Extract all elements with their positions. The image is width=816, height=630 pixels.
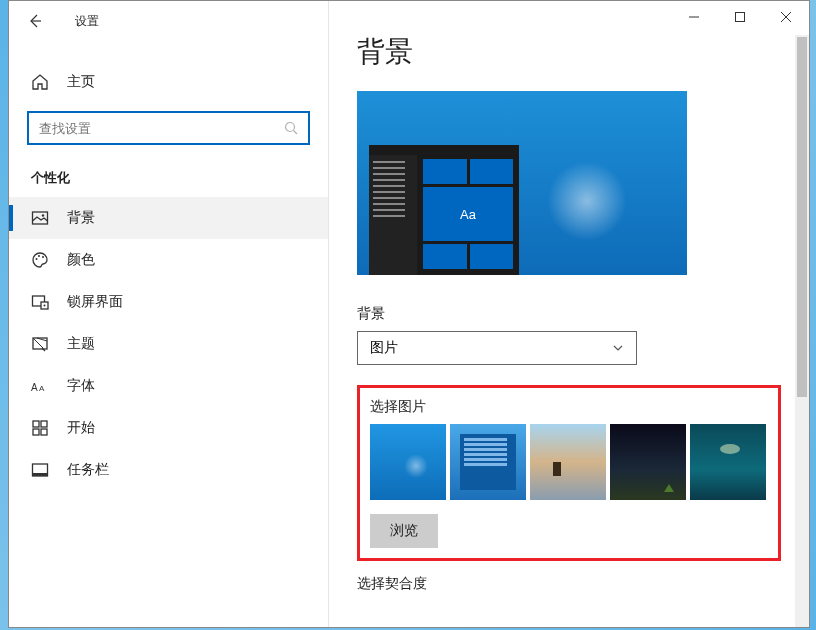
svg-rect-12 xyxy=(33,421,39,427)
arrow-left-icon xyxy=(27,13,43,29)
search-box[interactable] xyxy=(27,111,310,145)
maximize-icon xyxy=(735,12,745,22)
section-title: 个性化 xyxy=(9,153,328,197)
svg-point-0 xyxy=(286,123,295,132)
svg-point-2 xyxy=(42,214,44,216)
fit-label: 选择契合度 xyxy=(357,575,781,593)
minimize-icon xyxy=(689,12,699,22)
picture-icon xyxy=(31,209,49,227)
nav-label: 开始 xyxy=(67,419,95,437)
scroll-thumb[interactable] xyxy=(797,37,807,397)
thumbnail-1[interactable] xyxy=(370,424,446,500)
nav-label: 锁屏界面 xyxy=(67,293,123,311)
nav-list: 背景 颜色 锁屏界面 主题 AA 字体 开始 xyxy=(9,197,328,491)
nav-item-taskbar[interactable]: 任务栏 xyxy=(9,449,328,491)
window-controls xyxy=(671,1,809,33)
home-link[interactable]: 主页 xyxy=(9,65,328,99)
palette-icon xyxy=(31,251,49,269)
close-button[interactable] xyxy=(763,1,809,33)
chevron-down-icon xyxy=(612,342,624,354)
nav-label: 任务栏 xyxy=(67,461,109,479)
back-button[interactable] xyxy=(27,13,43,29)
svg-rect-15 xyxy=(41,429,47,435)
nav-item-colors[interactable]: 颜色 xyxy=(9,239,328,281)
nav-item-themes[interactable]: 主题 xyxy=(9,323,328,365)
maximize-button[interactable] xyxy=(717,1,763,33)
content-pane: 背景 Aa 背景 图片 选择图片 xyxy=(329,1,809,627)
theme-icon xyxy=(31,335,49,353)
nav-label: 字体 xyxy=(67,377,95,395)
close-icon xyxy=(781,12,791,22)
minimize-button[interactable] xyxy=(671,1,717,33)
scrollbar[interactable] xyxy=(795,35,809,627)
preview-glow xyxy=(547,161,627,241)
svg-rect-14 xyxy=(33,429,39,435)
svg-text:A: A xyxy=(31,382,38,393)
sidebar: 设置 主页 个性化 背景 颜色 xyxy=(9,1,329,627)
nav-label: 背景 xyxy=(67,209,95,227)
svg-text:A: A xyxy=(39,384,45,393)
taskbar-icon xyxy=(31,461,49,479)
choose-picture-highlight: 选择图片 浏览 xyxy=(357,385,781,561)
start-icon xyxy=(31,419,49,437)
background-preview: Aa xyxy=(357,91,687,275)
svg-rect-13 xyxy=(41,421,47,427)
svg-rect-1 xyxy=(33,212,48,224)
thumbnail-3[interactable] xyxy=(530,424,606,500)
choose-picture-label: 选择图片 xyxy=(370,398,768,416)
preview-sample-text: Aa xyxy=(423,187,513,241)
page-heading: 背景 xyxy=(357,33,781,71)
thumbnail-4[interactable] xyxy=(610,424,686,500)
titlebar: 设置 xyxy=(9,1,328,41)
search-icon xyxy=(284,121,298,135)
lockscreen-icon xyxy=(31,293,49,311)
titlebar-left: 设置 xyxy=(9,13,99,30)
svg-rect-18 xyxy=(736,13,745,22)
svg-point-8 xyxy=(44,305,46,307)
nav-item-background[interactable]: 背景 xyxy=(9,197,328,239)
thumbnail-5[interactable] xyxy=(690,424,766,500)
window-title: 设置 xyxy=(75,13,99,30)
nav-item-lockscreen[interactable]: 锁屏界面 xyxy=(9,281,328,323)
nav-label: 主题 xyxy=(67,335,95,353)
nav-item-start[interactable]: 开始 xyxy=(9,407,328,449)
svg-point-4 xyxy=(38,255,40,257)
svg-rect-17 xyxy=(33,473,48,476)
nav-item-fonts[interactable]: AA 字体 xyxy=(9,365,328,407)
home-label: 主页 xyxy=(67,73,95,91)
home-icon xyxy=(31,73,49,91)
svg-point-3 xyxy=(36,258,38,260)
picture-thumbnails xyxy=(370,424,768,500)
nav-label: 颜色 xyxy=(67,251,95,269)
background-type-dropdown[interactable]: 图片 xyxy=(357,331,637,365)
preview-tiles: Aa xyxy=(423,159,513,269)
browse-button[interactable]: 浏览 xyxy=(370,514,438,548)
background-type-label: 背景 xyxy=(357,305,781,323)
search-container xyxy=(9,99,328,153)
content-inner: 背景 Aa 背景 图片 选择图片 xyxy=(329,1,809,627)
dropdown-value: 图片 xyxy=(370,339,398,357)
search-input[interactable] xyxy=(39,121,284,136)
font-icon: AA xyxy=(31,377,49,395)
settings-window: 设置 主页 个性化 背景 颜色 xyxy=(8,0,810,628)
thumbnail-2[interactable] xyxy=(450,424,526,500)
preview-app-list xyxy=(369,155,417,275)
svg-point-5 xyxy=(42,256,44,258)
